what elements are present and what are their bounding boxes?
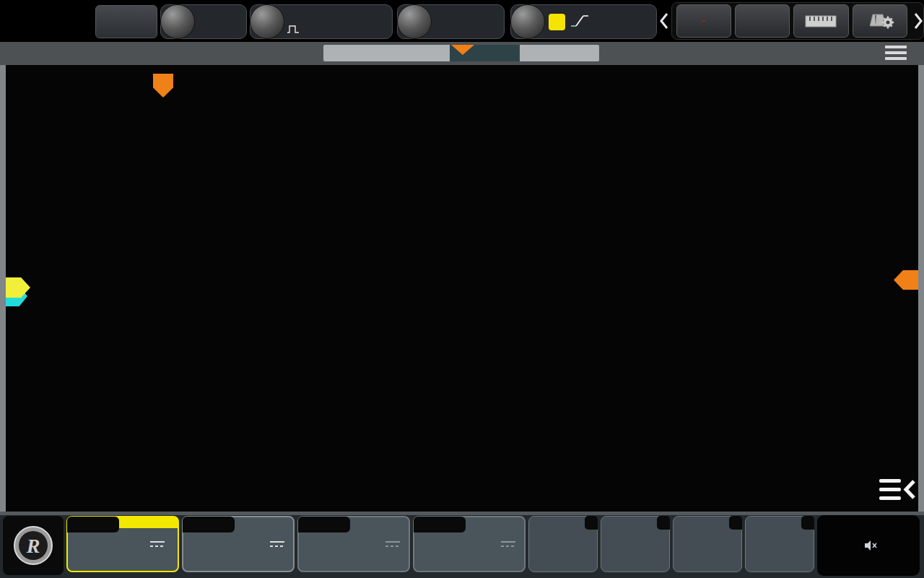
quick-buttons-panel <box>671 2 924 40</box>
channel-tab-ch3 <box>298 517 350 532</box>
scroll-left-icon[interactable] <box>658 12 670 30</box>
top-bar <box>0 0 924 42</box>
ch1-active-strip <box>117 517 178 528</box>
svg-text:R: R <box>26 535 40 557</box>
rising-edge-icon <box>570 12 589 31</box>
ch1-offset <box>68 553 178 556</box>
ruler-icon <box>804 14 837 28</box>
channel-tab-ch4 <box>414 517 466 532</box>
preview-trigger-indicator <box>451 45 474 55</box>
math-tab-math1 <box>585 516 598 530</box>
math-tab-math4 <box>801 516 814 530</box>
h-knob-button[interactable] <box>160 4 195 39</box>
acquisition-preview-bar[interactable] <box>323 45 599 61</box>
ch2-offset <box>183 553 293 556</box>
knob-gear-icon <box>864 13 896 29</box>
channel-card-ch1[interactable] <box>66 516 179 572</box>
scroll-right-icon[interactable] <box>912 12 923 30</box>
status-clock-block[interactable] <box>817 515 920 576</box>
flex-knob-button[interactable] <box>853 4 907 38</box>
hamburger-menu-icon[interactable] <box>885 46 907 63</box>
channel-tab-ch2 <box>183 517 235 532</box>
graticule-canvas <box>0 65 924 512</box>
default-button[interactable] <box>735 4 790 38</box>
pulse-waveform-icon <box>287 25 300 34</box>
ch4-offset <box>414 553 524 556</box>
acquisition-group[interactable] <box>250 4 393 39</box>
trigger-source-badge <box>549 14 565 30</box>
delay-group[interactable] <box>397 4 505 39</box>
stop-label <box>702 20 706 22</box>
oscilloscope-screen: R <box>0 0 924 578</box>
waveform-grid-area <box>0 65 924 512</box>
waveform-view-titlebar <box>0 42 924 65</box>
measure-button[interactable] <box>793 4 848 38</box>
run-state-indicator[interactable] <box>95 5 157 38</box>
ch3-offset <box>299 553 409 556</box>
math-card-math1[interactable] <box>528 516 598 572</box>
dc-coupling-icon <box>149 540 166 548</box>
rigol-gear-emblem: R <box>8 520 58 571</box>
collapse-menu-icon[interactable] <box>879 477 917 506</box>
math-tab-math2 <box>657 516 670 530</box>
dc-coupling-icon <box>384 540 401 548</box>
rigol-emblem-block[interactable]: R <box>3 516 64 575</box>
math-card-math3[interactable] <box>673 516 742 572</box>
horizontal-scale-group[interactable] <box>160 4 247 39</box>
channel-card-ch4[interactable] <box>413 516 526 572</box>
rigol-logo <box>6 4 92 38</box>
a-knob-button[interactable] <box>250 4 284 39</box>
dc-coupling-icon <box>269 540 286 548</box>
math-card-math4[interactable] <box>745 516 814 572</box>
trigger-group[interactable] <box>510 4 657 39</box>
math-card-math2[interactable] <box>601 516 670 572</box>
channel-tab-ch1 <box>67 517 119 532</box>
stop-run-button[interactable] <box>676 4 731 38</box>
channel-card-ch2[interactable] <box>182 516 295 572</box>
d-knob-button[interactable] <box>397 4 432 39</box>
channel-card-ch3[interactable] <box>297 516 410 572</box>
speaker-muted-icon <box>863 540 878 551</box>
bottom-bar: R <box>0 515 924 578</box>
math-tab-math3 <box>729 516 742 530</box>
dc-coupling-icon <box>500 540 517 548</box>
t-knob-button[interactable] <box>510 4 545 39</box>
